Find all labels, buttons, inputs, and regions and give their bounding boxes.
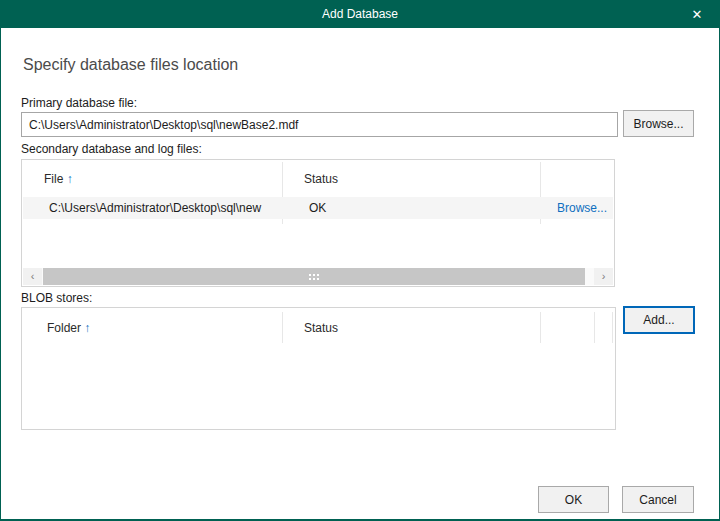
column-divider: [594, 312, 595, 343]
column-divider: [612, 312, 613, 343]
secondary-files-label: Secondary database and log files:: [21, 142, 202, 156]
blob-stores-label: BLOB stores:: [21, 291, 92, 305]
close-icon[interactable]: ✕: [680, 0, 714, 28]
titlebar: Add Database ✕: [0, 0, 720, 28]
column-divider: [282, 312, 283, 343]
primary-file-input[interactable]: [21, 112, 618, 137]
primary-browse-button[interactable]: Browse...: [623, 110, 694, 137]
sort-ascending-icon: ↑: [67, 172, 73, 186]
scroll-left-icon[interactable]: ‹: [23, 268, 42, 285]
row-file-path: C:\Users\Administrator\Desktop\sql\new: [49, 201, 261, 215]
scroll-right-icon[interactable]: ›: [594, 268, 613, 285]
window-title: Add Database: [322, 7, 398, 21]
secondary-files-table: File ↑ Status C:\Users\Administrator\Des…: [21, 159, 615, 287]
cancel-button[interactable]: Cancel: [622, 486, 694, 513]
table-row[interactable]: C:\Users\Administrator\Desktop\sql\new O…: [23, 197, 613, 219]
add-button[interactable]: Add...: [623, 306, 695, 334]
blob-stores-table: Folder ↑ Status: [21, 307, 616, 430]
column-header-file[interactable]: File ↑: [44, 172, 73, 186]
page-title: Specify database files location: [23, 56, 238, 74]
sort-ascending-icon: ↑: [84, 321, 90, 335]
primary-file-label: Primary database file:: [21, 96, 137, 110]
column-header-status[interactable]: Status: [304, 321, 338, 335]
column-header-status[interactable]: Status: [304, 172, 338, 186]
row-browse-link[interactable]: Browse...: [557, 201, 607, 215]
add-database-dialog: Add Database ✕ Specify database files lo…: [0, 0, 720, 521]
scrollbar-thumb[interactable]: [43, 268, 585, 285]
horizontal-scrollbar[interactable]: ‹ ›: [23, 268, 613, 285]
scrollbar-grip-icon: [309, 274, 311, 276]
column-divider: [540, 312, 541, 343]
ok-button[interactable]: OK: [538, 486, 609, 513]
row-status: OK: [309, 201, 326, 215]
column-header-folder[interactable]: Folder ↑: [47, 321, 90, 335]
